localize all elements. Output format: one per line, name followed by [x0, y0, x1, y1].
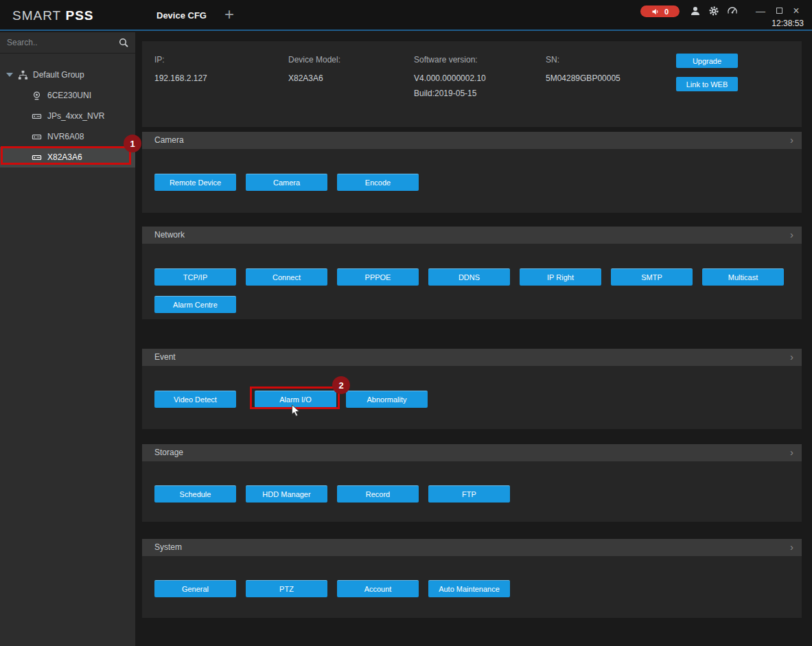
general-button[interactable]: General: [154, 580, 236, 597]
system-section: System › General PTZ Account Auto Mainte…: [142, 539, 802, 618]
step-badge-2: 2: [332, 376, 350, 394]
maximize-icon: [776, 8, 782, 14]
settings-gear-icon[interactable]: [708, 5, 719, 16]
tree-item-jps-4xxx-nvr[interactable]: JPs_4xxx_NVR: [0, 106, 135, 126]
minimize-button[interactable]: —: [754, 5, 767, 17]
nvr-icon: [32, 111, 42, 122]
alarm-centre-button[interactable]: Alarm Centre: [154, 296, 236, 313]
network-buttons-row2: Alarm Centre: [154, 296, 236, 313]
camera-button[interactable]: Camera: [246, 174, 327, 191]
ptz-button[interactable]: PTZ: [246, 580, 327, 597]
pppoe-button[interactable]: PPPOE: [337, 268, 419, 286]
system-clock: 12:38:53: [772, 19, 804, 28]
nvr-icon: [32, 132, 42, 142]
group-icon: [18, 70, 28, 80]
ip-right-button[interactable]: IP Right: [520, 268, 601, 286]
record-button[interactable]: Record: [337, 485, 419, 503]
tree-group-default[interactable]: Default Group: [0, 65, 135, 85]
connect-button[interactable]: Connect: [246, 268, 327, 286]
device-label: X82A3A6: [47, 152, 82, 162]
logo-light: SMART: [12, 8, 61, 23]
performance-gauge-icon[interactable]: [727, 5, 738, 16]
video-detect-button[interactable]: Video Detect: [154, 391, 236, 408]
device-label: JPs_4xxx_NVR: [47, 111, 104, 121]
search-icon[interactable]: [118, 37, 129, 48]
storage-buttons: Schedule HDD Manager Record FTP: [154, 485, 510, 503]
logo-bold: PSS: [65, 8, 93, 23]
encode-button[interactable]: Encode: [337, 174, 419, 191]
tcpip-button[interactable]: TCP/IP: [154, 268, 236, 286]
storage-section: Storage › Schedule HDD Manager Record FT…: [142, 444, 802, 522]
info-sn: SN: 5M04289GBP00005: [546, 55, 620, 83]
software-version: V4.000.0000002.10: [414, 73, 486, 83]
camera-section-header[interactable]: Camera ›: [142, 132, 802, 149]
account-button[interactable]: Account: [337, 580, 419, 597]
ip-label: IP:: [154, 55, 207, 65]
section-title: System: [154, 542, 182, 552]
chevron-right-icon[interactable]: ›: [790, 349, 793, 365]
smtp-button[interactable]: SMTP: [611, 268, 693, 286]
step-badge-1: 1: [124, 135, 141, 152]
section-title: Network: [154, 230, 185, 240]
abnormality-button[interactable]: Abnormality: [346, 391, 428, 408]
system-section-header[interactable]: System ›: [142, 539, 802, 556]
network-buttons-row1: TCP/IP Connect PPPOE DDNS IP Right SMTP …: [154, 268, 784, 286]
search-input[interactable]: [0, 32, 103, 53]
device-label: 6CE230UNI: [47, 91, 91, 100]
close-button[interactable]: ×: [790, 5, 802, 17]
sn-label: SN:: [546, 55, 620, 65]
software-label: Software version:: [414, 55, 486, 65]
device-tree-sidebar: Default Group 6CE230UNI JPs_4xxx_NVR NVR…: [0, 32, 135, 646]
sn-value: 5M04289GBP00005: [546, 73, 620, 83]
tab-device-cfg[interactable]: Device CFG: [156, 0, 207, 31]
mouse-cursor-icon: [291, 404, 301, 417]
chevron-right-icon[interactable]: ›: [790, 444, 793, 461]
chevron-right-icon[interactable]: ›: [790, 132, 793, 148]
user-icon[interactable]: [690, 5, 701, 16]
ftp-button[interactable]: FTP: [428, 485, 510, 503]
remote-device-button[interactable]: Remote Device: [154, 174, 236, 191]
device-info-panel: IP: 192.168.2.127 Device Model: X82A3A6 …: [142, 41, 802, 127]
alarm-count: 0: [664, 8, 669, 16]
tree-item-6ce230uni[interactable]: 6CE230UNI: [0, 85, 135, 106]
section-title: Camera: [154, 135, 184, 145]
tree-item-nvr6a08[interactable]: NVR6A08: [0, 126, 135, 147]
upgrade-button[interactable]: Upgrade: [676, 54, 738, 68]
alarm-notification-pill[interactable]: 0: [640, 5, 680, 17]
info-model: Device Model: X82A3A6: [288, 55, 340, 83]
info-ip: IP: 192.168.2.127: [154, 55, 207, 83]
new-tab-button[interactable]: +: [224, 0, 234, 29]
section-title: Event: [154, 352, 176, 362]
section-title: Storage: [154, 448, 183, 457]
multicast-button[interactable]: Multicast: [702, 268, 784, 286]
chevron-right-icon[interactable]: ›: [790, 227, 793, 243]
chevron-right-icon[interactable]: ›: [790, 539, 793, 555]
app-logo: SMART PSS: [12, 0, 93, 31]
schedule-button[interactable]: Schedule: [154, 485, 236, 503]
search-box: [0, 32, 135, 54]
link-to-web-button[interactable]: Link to WEB: [676, 77, 738, 91]
storage-section-header[interactable]: Storage ›: [142, 444, 802, 461]
model-label: Device Model:: [288, 55, 340, 65]
event-section-header[interactable]: Event ›: [142, 349, 802, 366]
speaker-icon: [651, 8, 660, 16]
hdd-manager-button[interactable]: HDD Manager: [246, 485, 327, 503]
network-section-header[interactable]: Network ›: [142, 227, 802, 244]
model-value: X82A3A6: [288, 73, 340, 83]
event-section: Event › Video Detect Alarm I/O Abnormali…: [142, 349, 802, 429]
dome-camera-icon: [32, 91, 42, 101]
ip-value: 192.168.2.127: [154, 73, 207, 83]
group-label: Default Group: [33, 70, 84, 80]
ddns-button[interactable]: DDNS: [428, 268, 510, 286]
software-build: Build:2019-05-15: [414, 89, 486, 98]
expand-arrow-icon[interactable]: [6, 73, 13, 77]
tree-item-x82a3a6-selected[interactable]: X82A3A6: [0, 147, 135, 168]
nvr-icon: [32, 152, 42, 163]
camera-buttons: Remote Device Camera Encode: [154, 174, 419, 191]
info-software: Software version: V4.000.0000002.10 Buil…: [414, 55, 486, 98]
device-label: NVR6A08: [47, 132, 84, 141]
camera-section: Camera › Remote Device Camera Encode: [142, 132, 802, 213]
maximize-button[interactable]: [773, 5, 785, 17]
title-bar: SMART PSS Device CFG + 0 — × 12:38:53: [0, 0, 812, 31]
auto-maintenance-button[interactable]: Auto Maintenance: [428, 580, 510, 597]
